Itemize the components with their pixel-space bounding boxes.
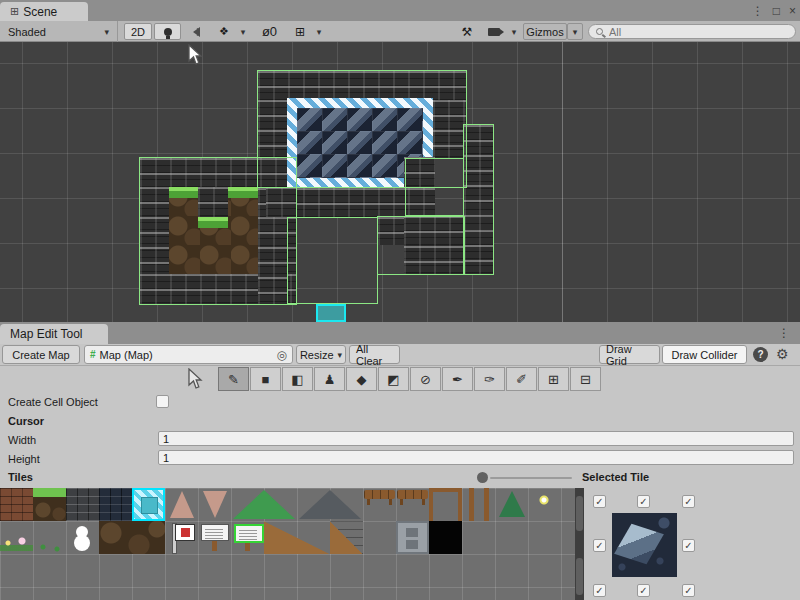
tile-zoom-slider-knob[interactable] <box>477 472 488 483</box>
neighbor-checkbox[interactable]: ✓ <box>593 495 606 508</box>
palette-tile-brick-brown[interactable] <box>0 488 33 521</box>
search-input[interactable] <box>607 25 767 39</box>
close-icon[interactable]: × <box>789 4 796 18</box>
scrollbar-thumb[interactable] <box>576 496 583 531</box>
create-map-button[interactable]: Create Map <box>2 345 80 364</box>
palette-tile-sign-board-green[interactable] <box>231 521 264 554</box>
palette-tile-spike-cone[interactable] <box>165 488 198 521</box>
neighbor-checkbox[interactable]: ✓ <box>682 584 695 597</box>
palette-tile-roof-green[interactable] <box>231 488 297 521</box>
map-outline-region <box>463 124 494 275</box>
palette-tile-wood-posts[interactable] <box>462 488 495 521</box>
palette-tile-dirt-mounds[interactable] <box>99 521 165 554</box>
brush-tool-button[interactable]: ✐ <box>506 367 537 391</box>
neighbor-checkbox[interactable]: ✓ <box>593 539 606 552</box>
palette-tile-wood-rail[interactable] <box>396 488 429 521</box>
scene-search-field[interactable] <box>588 24 796 39</box>
unity-window: ⊞ Scene ⋮ □ × Shaded ▾ 2D ❖ ▾ ø0 ⊞ ▾ ⚒ ▾… <box>0 0 800 600</box>
eyedropper-tool-icon: ✒ <box>452 372 463 387</box>
tiles-header-label: Tiles <box>8 471 33 483</box>
effects-button[interactable]: ❖ <box>212 23 236 40</box>
palette-tile-snowman[interactable] <box>66 521 99 554</box>
palette-tile-flower-sparkle[interactable] <box>528 488 561 521</box>
scene-audio-button[interactable] <box>183 23 210 40</box>
brush-tool-icon: ✐ <box>516 372 527 387</box>
draw-grid-label: Draw Grid <box>606 343 653 367</box>
width-input[interactable] <box>158 431 794 446</box>
map-object-field[interactable]: # Map (Map) ◎ <box>84 345 293 364</box>
effects-dropdown[interactable]: ▾ <box>236 23 250 40</box>
pen-tool-button[interactable]: ✑ <box>474 367 505 391</box>
palette-tile-wood-rail[interactable] <box>363 488 396 521</box>
draw-collider-button[interactable]: Draw Collider <box>662 345 747 364</box>
palette-tile-brick-gray[interactable] <box>66 488 99 521</box>
create-cell-object-checkbox[interactable] <box>156 395 169 408</box>
palette-tile-door[interactable] <box>396 521 429 554</box>
neighbor-checkbox[interactable]: ✓ <box>593 584 606 597</box>
scrollbar-thumb[interactable] <box>576 558 583 595</box>
palette-tile-stairs[interactable] <box>330 521 363 554</box>
hidden-objects-button[interactable]: ø0 <box>253 23 286 40</box>
palette-tile-spike-cone-down[interactable] <box>198 488 231 521</box>
gizmos-button[interactable]: Gizmos <box>523 23 567 40</box>
palette-tile-sign-board[interactable] <box>198 521 231 554</box>
palette-tile-glass-pyramid[interactable] <box>297 488 363 521</box>
map-outline-region <box>287 217 378 304</box>
neighbor-checkbox[interactable]: ✓ <box>682 539 695 552</box>
gizmos-dropdown[interactable]: ▾ <box>567 23 583 40</box>
tile-zoom-slider-track[interactable] <box>490 477 572 479</box>
gear-icon[interactable]: ⚙ <box>776 346 789 362</box>
eraser-tool-button[interactable]: ◆ <box>346 367 377 391</box>
shading-mode-dropdown[interactable]: Shaded ▾ <box>0 21 118 42</box>
grid-dropdown[interactable]: ▾ <box>312 23 326 40</box>
scene-viewport[interactable] <box>0 42 800 322</box>
object-picker-icon[interactable]: ◎ <box>277 348 287 362</box>
create-cell-object-label: Create Cell Object <box>8 396 98 408</box>
more-menu-icon[interactable]: ⋮ <box>752 4 764 18</box>
eyedropper-tool-button[interactable]: ✒ <box>442 367 473 391</box>
palette-tile-pine-tree[interactable] <box>495 488 528 521</box>
more-menu-icon[interactable]: ⋮ <box>778 326 790 340</box>
help-button[interactable]: ? <box>753 347 768 362</box>
palette-tile-grass-tufts[interactable] <box>33 521 66 554</box>
palette-tile-grass-dirt-block[interactable] <box>33 488 66 521</box>
palette-tile-stairs-small[interactable] <box>264 521 330 554</box>
neighbor-checkbox[interactable]: ✓ <box>637 584 650 597</box>
rectangle-tool-button[interactable]: ■ <box>250 367 281 391</box>
tilemap-icon: # <box>90 349 96 360</box>
width-label: Width <box>8 434 36 446</box>
eraser-rect-tool-button[interactable]: ◩ <box>378 367 409 391</box>
grid-visibility-button[interactable]: ⊞ <box>288 23 312 40</box>
camera-dropdown[interactable]: ▾ <box>507 23 521 40</box>
fill-bucket-tool-button[interactable]: ◧ <box>282 367 313 391</box>
palette-tile-wood-arch[interactable] <box>429 488 462 521</box>
all-clear-button[interactable]: All Clear <box>349 345 400 364</box>
resize-dropdown[interactable]: Resize ▾ <box>296 345 346 364</box>
pencil-tool-button[interactable]: ✎ <box>218 367 249 391</box>
height-input[interactable] <box>158 450 794 465</box>
tab-map-edit-tool[interactable]: Map Edit Tool <box>0 324 108 344</box>
palette-tile-ice-block-selected[interactable] <box>132 488 165 521</box>
scene-lighting-button[interactable] <box>154 23 181 40</box>
stamp-tool-button[interactable]: ♟ <box>314 367 345 391</box>
palette-tile-black-block[interactable] <box>429 521 462 554</box>
neighbor-checkbox[interactable]: ✓ <box>637 495 650 508</box>
palette-tile-goal-flag[interactable] <box>165 521 198 554</box>
component-tools-button[interactable]: ⚒ <box>455 23 479 40</box>
maximize-icon[interactable]: □ <box>773 4 780 18</box>
tab-scene[interactable]: ⊞ Scene <box>0 2 88 21</box>
clear-fill-tool-button[interactable]: ⊘ <box>410 367 441 391</box>
palette-scrollbar[interactable] <box>575 488 584 600</box>
palette-tile-flowers[interactable] <box>0 521 33 554</box>
toggle-2d-button[interactable]: 2D <box>124 23 152 40</box>
resize-label: Resize <box>300 349 334 361</box>
scene-camera-button[interactable] <box>481 23 507 40</box>
selected-tile-panel: ✓✓✓✓✓✓✓✓ <box>584 488 800 600</box>
draw-grid-button[interactable]: Draw Grid <box>599 345 660 364</box>
palette-tile-brick-navy[interactable] <box>99 488 132 521</box>
eraser-rect-tool-icon: ◩ <box>387 372 399 387</box>
add-tile-tool-button[interactable]: ⊞ <box>538 367 569 391</box>
remove-tile-tool-button[interactable]: ⊟ <box>570 367 601 391</box>
neighbor-checkbox[interactable]: ✓ <box>682 495 695 508</box>
tile-palette[interactable] <box>0 488 575 600</box>
